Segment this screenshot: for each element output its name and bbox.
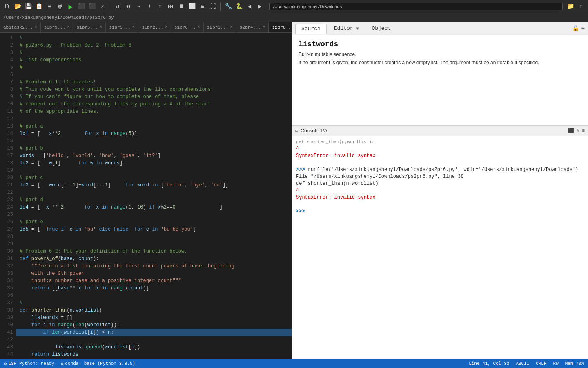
right-panel: Source Editor ▼ Object 🔒 ≡ listwords Bui…	[292, 22, 588, 359]
tab-s0pr3[interactable]: s0pr3... ×	[41, 22, 74, 33]
at-icon[interactable]: @	[56, 2, 65, 11]
layout-icon[interactable]: ⊞	[198, 2, 207, 11]
open-file-icon[interactable]: 📂	[13, 2, 22, 11]
tab-label: s2pr3...	[207, 25, 229, 30]
close-icon[interactable]: ×	[67, 25, 69, 29]
continue-icon[interactable]: ⏭	[166, 2, 175, 11]
list-icon[interactable]: ≡	[45, 2, 54, 11]
tab-s1pr3[interactable]: s1pr3... ×	[106, 22, 138, 33]
maximize-icon[interactable]: ⛶	[209, 2, 218, 11]
right-panel-header: Source Editor ▼ Object 🔒 ≡	[292, 22, 588, 35]
docs-title: listwords	[298, 40, 581, 48]
console-header-icons: ⬛ ✎ ≡	[568, 128, 585, 134]
close-icon[interactable]: ×	[230, 25, 233, 29]
right-header-icons: 🔒 ≡	[572, 25, 585, 32]
path-input[interactable]	[270, 3, 563, 10]
tab-object-label: Object	[372, 25, 391, 31]
close-icon[interactable]: ×	[263, 25, 265, 29]
code-editor[interactable]: 12345 678910 1112131415 1617181920 21222…	[0, 33, 292, 359]
conda-label: conda: base (Python 3.8.5)	[65, 361, 135, 366]
console-panel: ▭ Console 1/A ⬛ ✎ ≡ get shorter_than(n,w…	[292, 125, 588, 359]
tab-s2pr3[interactable]: s2pr3... ×	[204, 22, 236, 33]
status-encoding: ASCII	[516, 361, 529, 366]
status-conda: ⚙ conda: base (Python 3.8.5)	[61, 361, 135, 366]
code-text[interactable]: # # ps2pr6.py – Problem Set 2, Problem 6…	[16, 33, 292, 359]
tab-ab1task2[interactable]: ab1task2... ×	[0, 22, 41, 33]
python-icon[interactable]: 🐍	[234, 2, 243, 11]
copy-icon[interactable]: 📋	[34, 2, 43, 11]
console-edit-icon[interactable]: ✎	[577, 128, 579, 134]
back-icon[interactable]: ◀	[245, 2, 254, 11]
docs-desc-1: Built-in mutable sequence.	[298, 52, 581, 57]
toolbar-right-icons: 📁 ⬆	[566, 2, 586, 11]
console-line	[296, 201, 584, 208]
tab-bar: ab1task2... × s0pr3... × s1pr5... × s1pr…	[0, 22, 292, 33]
save-icon[interactable]: 💾	[24, 2, 33, 11]
tab-label: s1pr2...	[142, 25, 163, 30]
filepath-label: /Users/xinkuangshenyi/Downloads/ps2pr6.p…	[3, 15, 114, 20]
undo-icon[interactable]: ↺	[113, 2, 122, 11]
forward-icon[interactable]: ▶	[256, 2, 265, 11]
settings-icon[interactable]: 🔧	[224, 2, 233, 11]
lock-icon[interactable]: 🔒	[572, 25, 579, 32]
console-menu-icon[interactable]: ≡	[582, 128, 585, 134]
editor-dropdown-icon[interactable]: ▼	[356, 27, 359, 31]
docs-panel: listwords Built-in mutable sequence. If …	[292, 35, 588, 125]
status-lsp: ⚙ LSP Python: ready	[4, 361, 54, 366]
close-icon[interactable]: ×	[165, 25, 167, 29]
step-into-icon[interactable]: ⬇	[145, 2, 154, 11]
menu-icon[interactable]: ≡	[581, 25, 585, 32]
console-collapse-icon[interactable]: ▭	[295, 128, 298, 134]
step-back-icon[interactable]: ⏮	[124, 2, 133, 11]
tab-label: s1pr5...	[76, 25, 98, 30]
console-title: Console 1/A	[301, 128, 327, 134]
tab-s1pr2[interactable]: s1pr2... ×	[138, 22, 171, 33]
console-line: SyntaxError: invalid syntax	[296, 194, 584, 201]
console-line: get shorter_than(n,wordlist):	[296, 139, 584, 146]
tab-label: s2pr4...	[240, 25, 261, 30]
close-icon[interactable]: ×	[198, 25, 200, 29]
console-line: ^	[296, 187, 584, 194]
browse-folder-icon[interactable]: 📁	[566, 2, 575, 11]
console-line	[296, 159, 584, 166]
clear-icon[interactable]: ⬜	[187, 2, 196, 11]
tab-s2pr6[interactable]: s2pr6... ×	[269, 22, 292, 33]
filepath-bar: /Users/xinkuangshenyi/Downloads/ps2pr6.p…	[0, 13, 588, 22]
editor-panel: ab1task2... × s0pr3... × s1pr5... × s1pr…	[0, 22, 292, 359]
console-line: def shorter_than(n,wordlist)	[296, 180, 584, 187]
tab-editor[interactable]: Editor ▼	[328, 24, 365, 33]
check-icon[interactable]: ✓	[98, 2, 107, 11]
profile-icon[interactable]: ⬛	[87, 2, 96, 11]
status-bar: ⚙ LSP Python: ready ⚙ conda: base (Pytho…	[0, 359, 588, 368]
tab-source[interactable]: Source	[295, 24, 327, 34]
console-output[interactable]: get shorter_than(n,wordlist): ^ SyntaxEr…	[292, 136, 588, 359]
lsp-label: LSP Python: ready	[9, 361, 54, 366]
upload-icon[interactable]: ⬆	[577, 2, 586, 11]
console-line-runfile: >>> runfile('/Users/xinkuangshenyi/Downl…	[296, 166, 584, 173]
console-header: ▭ Console 1/A ⬛ ✎ ≡	[292, 126, 588, 136]
stop-icon[interactable]: ⏹	[177, 2, 186, 11]
status-permissions: RW	[553, 361, 559, 366]
tab-object[interactable]: Object	[366, 24, 396, 33]
console-prompt-line: >>>	[296, 208, 584, 215]
tab-label: s1pr3...	[109, 25, 131, 30]
close-icon[interactable]: ×	[100, 25, 102, 29]
close-icon[interactable]: ×	[35, 25, 37, 29]
console-stop-icon[interactable]: ⬛	[568, 128, 574, 134]
close-icon[interactable]: ×	[132, 25, 135, 29]
debug-icon[interactable]: ⬛	[77, 2, 86, 11]
tab-label: s2pr6...	[272, 25, 292, 30]
toolbar-sep-2	[220, 2, 221, 11]
console-line: SyntaxError: invalid syntax	[296, 153, 584, 159]
run-icon[interactable]: ▶	[66, 2, 75, 11]
main-content: ab1task2... × s0pr3... × s1pr5... × s1pr…	[0, 22, 588, 359]
status-position: Line 41, Col 33	[469, 361, 509, 366]
status-right-items: Line 41, Col 33 ASCII CRLF RW Mem 73%	[469, 361, 584, 366]
tab-s1pr6[interactable]: s1pr6... ×	[171, 22, 204, 33]
tab-editor-label: Editor	[334, 25, 353, 31]
step-over-icon[interactable]: ⇥	[134, 2, 143, 11]
tab-s2pr4[interactable]: s2pr4... ×	[236, 22, 269, 33]
new-file-icon[interactable]: 🗋	[2, 2, 11, 11]
tab-s1pr5[interactable]: s1pr5... ×	[73, 22, 106, 33]
step-out-icon[interactable]: ⬆	[156, 2, 165, 11]
